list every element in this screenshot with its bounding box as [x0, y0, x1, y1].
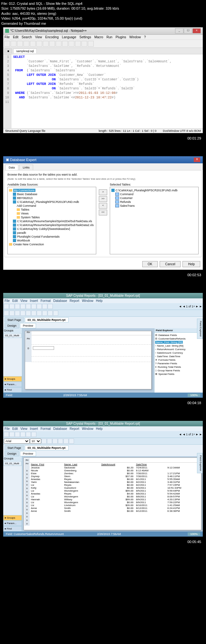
help-button[interactable]: Help [183, 261, 200, 267]
menu-database[interactable]: Database [53, 427, 67, 431]
menu-view[interactable]: View [35, 35, 42, 39]
tab-start[interactable]: Start Page [5, 317, 24, 322]
tb-new[interactable] [4, 432, 9, 437]
tb-italic[interactable] [47, 439, 52, 444]
menu-format[interactable]: Format [41, 427, 51, 431]
remove-button[interactable]: < [99, 203, 107, 209]
close-button[interactable]: X [194, 158, 200, 162]
tb-paste[interactable] [43, 41, 49, 47]
tb-copy[interactable] [36, 41, 42, 47]
tb-a5[interactable] [48, 311, 53, 316]
tb-left[interactable] [58, 439, 63, 444]
tb-underline[interactable] [52, 439, 58, 444]
npp-editor[interactable]: 1234567891011 SELECT `Customer`.`Name_Fi… [3, 54, 203, 128]
menu-settings[interactable]: Settings [80, 35, 91, 39]
tb-cut[interactable] [26, 304, 31, 309]
tb-font[interactable] [4, 311, 9, 316]
tab-preview[interactable]: Preview [20, 323, 36, 328]
sidebar-groups[interactable]: ● Groups [3, 515, 22, 521]
tb-find[interactable] [62, 41, 68, 47]
tb-zoom[interactable] [75, 41, 81, 47]
tb-paste[interactable] [37, 304, 42, 309]
tb-save[interactable] [15, 304, 20, 309]
tb-bold[interactable] [42, 439, 47, 444]
tb-cut[interactable] [30, 41, 36, 47]
tb-redo[interactable] [56, 41, 61, 47]
tb-open[interactable] [11, 41, 16, 47]
tab-design[interactable]: Design [5, 451, 19, 456]
available-tree[interactable]: My Connections Basic Database BBY062013 … [7, 187, 96, 254]
remove-all-button[interactable]: << [99, 210, 107, 215]
menu-language[interactable]: Language [62, 35, 76, 39]
menu-search[interactable]: Search [22, 35, 32, 39]
tb-undo[interactable] [42, 304, 47, 309]
add-all-button[interactable]: >> [99, 196, 107, 202]
field-explorer-tab[interactable]: Field Explorer [197, 453, 203, 473]
preview-canvas[interactable]: RHPHDDDDDDDDDDDDDDDD Name_First Name_Las… [22, 456, 203, 531]
tb-a2[interactable] [31, 311, 36, 316]
sidebar-params[interactable]: ● Param... [3, 521, 22, 526]
status-zoom[interactable]: 100% [188, 532, 200, 536]
tb-center[interactable] [63, 439, 69, 444]
tb-align[interactable] [20, 311, 25, 316]
menu-window[interactable]: Window [82, 427, 93, 431]
sidebar-groups[interactable]: ● Groups [3, 376, 22, 382]
menu-edit[interactable]: Edit [13, 35, 18, 39]
sidebar-find[interactable]: ● Find [3, 387, 22, 393]
tb-new[interactable] [4, 304, 9, 309]
tb-save[interactable] [15, 432, 20, 437]
menu-encoding[interactable]: Encoding [45, 35, 59, 39]
menu-window[interactable]: Window [82, 299, 93, 303]
menu-edit[interactable]: Edit [12, 299, 18, 303]
menu-help[interactable]: Help [96, 299, 103, 303]
tb-undo[interactable] [49, 41, 55, 47]
group-item[interactable]: 03_01_Multi [4, 461, 22, 466]
menu-edit[interactable]: Edit [12, 427, 18, 431]
tb-print[interactable] [20, 432, 25, 437]
tb-italic[interactable] [15, 311, 20, 316]
close-button[interactable]: X [192, 28, 201, 33]
menu-run[interactable]: Run [107, 35, 112, 39]
tb-cut[interactable] [26, 432, 31, 437]
tab-links[interactable]: Links [19, 165, 33, 170]
cancel-button[interactable]: Cancel [160, 261, 181, 267]
maximize-button[interactable]: ☐ [184, 28, 192, 33]
menu-view[interactable]: View [20, 299, 27, 303]
selected-tree[interactable]: C:\CaMcKay\_Pluralsight\PSCR2013FUND.mdb… [110, 187, 199, 254]
menu-help[interactable]: Help [96, 427, 103, 431]
tb-saveall[interactable] [23, 41, 29, 47]
tb-a3[interactable] [37, 311, 42, 316]
menu-plugins[interactable]: Plugins [116, 35, 126, 39]
add-button[interactable]: > [99, 189, 107, 195]
menu-view[interactable]: View [20, 427, 27, 431]
tab-start[interactable]: Start Page [5, 445, 24, 450]
size-select[interactable]: 10 [30, 439, 41, 444]
field-placeholder[interactable] [33, 346, 54, 350]
code-area[interactable]: SELECT `Customer`.`Name_First`, `Custome… [11, 54, 203, 128]
tab-data[interactable]: Data [5, 165, 18, 170]
tab-other[interactable]: ■ [5, 49, 12, 53]
menu-report[interactable]: Report [70, 299, 79, 303]
menu-file[interactable]: File [5, 299, 10, 303]
tb-new[interactable] [4, 41, 10, 47]
sidebar-find[interactable]: ● Find [3, 526, 22, 531]
menu-file[interactable]: File [5, 427, 10, 431]
menu-report[interactable]: Report [70, 427, 79, 431]
menu-insert[interactable]: Insert [30, 299, 38, 303]
menu-file[interactable]: File [5, 35, 10, 39]
menu-format[interactable]: Format [41, 299, 51, 303]
status-zoom[interactable]: 100% [188, 394, 200, 397]
tb-bold[interactable] [9, 311, 14, 316]
tb-a4[interactable] [42, 311, 47, 316]
sidebar-params[interactable]: ● Param... [3, 382, 22, 387]
tab-preview[interactable]: Preview [20, 451, 36, 456]
tb-open[interactable] [9, 304, 14, 309]
tb-a6[interactable] [53, 311, 58, 316]
menu-help[interactable]: ? [144, 35, 146, 39]
field-explorer-tab[interactable]: Field Explorer [197, 319, 203, 339]
tb-copy[interactable] [31, 432, 36, 437]
tb-open[interactable] [9, 432, 14, 437]
menu-insert[interactable]: Insert [30, 427, 38, 431]
field-tree[interactable]: ⊟ Database Fields ⊟ CustomerSalesRefunds… [154, 333, 203, 376]
tb-a1[interactable] [26, 311, 31, 316]
